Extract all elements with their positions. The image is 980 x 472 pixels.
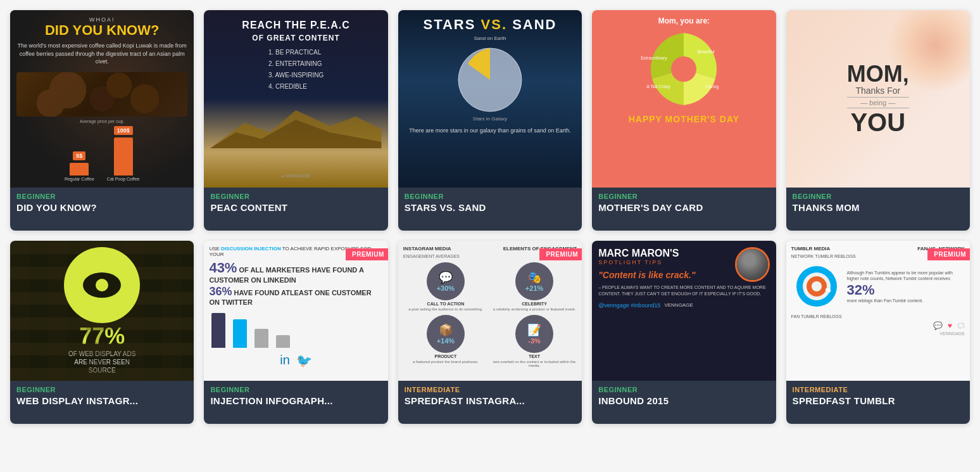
- card4-title: MOTHER'S DAY CARD: [598, 202, 769, 214]
- card-stars-vs-sand[interactable]: STARS VS. SAND Sand on Earth Stars in Ga…: [398, 10, 582, 231]
- c7-social-icons: in 🐦: [209, 353, 382, 368]
- card-did-you-know[interactable]: WHOA! DID YOU KNOW? The world's most exp…: [10, 10, 194, 231]
- c1-coffee-image: [16, 72, 187, 117]
- card9-title: INBOUND 2015: [598, 395, 769, 407]
- c3-label1: Sand on Earth: [474, 35, 506, 41]
- card6-level: BEGINNER: [16, 386, 187, 393]
- card1-footer: BEGINNER DID YOU KNOW?: [10, 188, 194, 231]
- c4-mom-label: Mom, you are:: [658, 16, 710, 25]
- card2-level: BEGINNER: [210, 193, 381, 200]
- card8-level: INTERMEDIATE: [405, 386, 575, 393]
- c1-bar-group-catpoop: 100$ Cat Poop Coffee: [107, 126, 140, 181]
- c9-twitter: @venngage #inbound15: [598, 302, 660, 309]
- card8-preview: PREMIUM INSTAGRAM MEDIA ELEMENTS OF ENGA…: [398, 241, 582, 381]
- c1-avg-label: Average price per cup.: [80, 119, 124, 124]
- card3-level: BEGINNER: [405, 193, 575, 200]
- c10-content-row: Although Fan Tumblrs appear to be more p…: [791, 261, 965, 312]
- card10-preview: PREMIUM TUMBLR MEDIA FAN VS. NETWORK NET…: [786, 241, 970, 381]
- c8-metrics-grid: 💬 +30% CALL TO ACTION a post asking the …: [403, 262, 577, 367]
- c1-headline: DID YOU KNOW?: [45, 23, 159, 38]
- card8-premium-badge: PREMIUM: [539, 248, 582, 260]
- c10-repost-icon: ⮔: [957, 321, 965, 330]
- c9-footer: @venngage #inbound15 VENNGAGE: [598, 302, 769, 309]
- card10-title: SPREDFAST TUMBLR: [793, 395, 964, 407]
- card2-footer: BEGINNER PEAC CONTENT: [204, 188, 387, 231]
- c1-bar-label-catpoop: Cat Poop Coffee: [107, 177, 140, 181]
- c10-donut-chart: [791, 261, 842, 312]
- linkedin-icon: in: [280, 353, 290, 368]
- c10-col1: TUMBLR MEDIA: [791, 246, 831, 252]
- c1-bar-regular: [70, 163, 89, 175]
- card8-title: SPREDFAST INSTAGRA...: [405, 395, 575, 407]
- card7-preview: PREMIUM USE DISCUSSION INJECTION TO ACHI…: [204, 241, 387, 381]
- c1-coffee-beans: [16, 72, 187, 117]
- card3-footer: BEGINNER STARS VS. SAND: [398, 188, 582, 231]
- c3-label2: Stars in Galaxy: [473, 116, 507, 122]
- c8-metric-cta: 💬 +30% CALL TO ACTION a post asking the …: [403, 262, 488, 311]
- c10-speech-icon: 💬: [933, 321, 943, 330]
- card9-preview: MARC MARON'S SPOTLIGHT TIPS "Content is …: [592, 241, 776, 381]
- card-peac-content[interactable]: REACH THE P.E.A.C OF GREAT CONTENT 1. BE…: [204, 10, 387, 231]
- card6-footer: BEGINNER WEB DISPLAY INSTAGR...: [10, 381, 194, 424]
- card7-title: INJECTION INFOGRAPH...: [210, 395, 381, 407]
- card9-footer: BEGINNER INBOUND 2015: [592, 381, 776, 424]
- svg-text:Caring: Caring: [706, 84, 719, 89]
- card4-level: BEGINNER: [598, 193, 769, 200]
- c5-text-block: MOM, Thanks For — being — YOU: [847, 63, 909, 135]
- c2-title: REACH THE P.E.A.C OF GREAT CONTENT: [242, 19, 350, 43]
- c2-mountain-svg: [210, 98, 381, 148]
- c9-body: – PEOPLE ALWAYS WANT TO CREATE MORE CONT…: [598, 284, 769, 297]
- svg-point-4: [671, 56, 696, 82]
- c2-list: 1. BE PRACTICAL 2. ENTERTAINING 3. AWE-I…: [268, 47, 324, 92]
- card3-title: STARS VS. SAND: [405, 202, 575, 214]
- card3-preview: STARS VS. SAND Sand on Earth Stars in Ga…: [398, 10, 582, 188]
- card1-preview: WHOA! DID YOU KNOW? The world's most exp…: [10, 10, 194, 188]
- c5-thanks-text: Thanks For: [847, 86, 909, 96]
- c10-percent: 32%: [847, 282, 965, 298]
- c8-metric-celebrity: 🎭 +21% CELEBRITY a celebrity endorsing a…: [492, 262, 577, 311]
- c1-price-regular: 5$: [73, 151, 85, 160]
- svg-text:Beautiful: Beautiful: [698, 49, 715, 54]
- card10-premium-badge: PREMIUM: [927, 248, 970, 260]
- c1-desc: The world's most expensive coffee called…: [16, 42, 187, 66]
- c3-pie-chart: [455, 45, 525, 115]
- c5-mom-text: MOM,: [847, 63, 909, 86]
- card5-title: THANKS MOM: [793, 202, 964, 214]
- card7-level: BEGINNER: [210, 386, 381, 393]
- c10-icons: 💬 ♥ ⮔: [791, 321, 965, 330]
- c7-stat1: 43% OF ALL MARKETERS HAVE FOUND A CUSTOM…: [209, 260, 382, 284]
- card7-footer: BEGINNER INJECTION INFOGRAPH...: [204, 381, 387, 424]
- svg-text:A Tad Crazy: A Tad Crazy: [647, 84, 671, 89]
- card-grid: WHOA! DID YOU KNOW? The world's most exp…: [10, 10, 970, 424]
- card5-footer: BEGINNER THANKS MOM: [786, 188, 970, 231]
- card-injection[interactable]: PREMIUM USE DISCUSSION INJECTION TO ACHI…: [204, 241, 387, 424]
- card10-level: INTERMEDIATE: [793, 386, 964, 393]
- c10-desc2: more reblogs than Fan Tumblr content.: [847, 298, 965, 303]
- c8-metric-text: 📝 -3% TEXT text overlaid on the content …: [492, 315, 577, 367]
- c1-bar-container: 5$ Regular Coffee 100$ Cat Poop Coffee: [16, 126, 187, 181]
- card-inbound-2015[interactable]: MARC MARON'S SPOTLIGHT TIPS "Content is …: [592, 241, 776, 424]
- c5-being-text: — being —: [847, 97, 909, 108]
- card7-premium-badge: PREMIUM: [346, 248, 388, 260]
- c1-bar-group-regular: 5$ Regular Coffee: [65, 151, 94, 181]
- c4-pie-svg: Beautiful Caring A Tad Crazy Extraordina…: [643, 28, 725, 110]
- svg-point-12: [812, 281, 822, 291]
- card1-level: BEGINNER: [16, 193, 187, 200]
- c10-fan-label: FAN TUMBLR REBLOGS: [791, 314, 965, 319]
- c6-circle: [64, 247, 140, 323]
- c9-avatar: [735, 247, 770, 282]
- card-spredfast-tumblr[interactable]: PREMIUM TUMBLR MEDIA FAN VS. NETWORK NET…: [786, 241, 970, 424]
- c6-pupil: [96, 279, 108, 291]
- card9-level: BEGINNER: [598, 386, 769, 393]
- c4-subtitle: HAPPY MOTHER'S DAY: [629, 114, 739, 124]
- card-web-display[interactable]: 77% OF WEB DISPLAY ADS ARE NEVER SEEN SO…: [10, 241, 194, 424]
- card10-footer: INTERMEDIATE SPREDFAST TUMBLR: [786, 381, 970, 424]
- c10-desc: Although Fan Tumblrs appear to be more p…: [847, 270, 965, 283]
- card-thanks-mom[interactable]: MOM, Thanks For — being — YOU BEGINNER T…: [786, 10, 970, 231]
- card-spredfast-instagram[interactable]: PREMIUM INSTAGRAM MEDIA ELEMENTS OF ENGA…: [398, 241, 582, 424]
- c3-caption: There are more stars in our galaxy than …: [409, 127, 571, 135]
- card-mothers-day[interactable]: Mom, you are: Beautiful Caring A: [592, 10, 776, 231]
- c4-pie-container: Beautiful Caring A Tad Crazy Extraordina…: [643, 28, 725, 110]
- c6-eye: [83, 272, 121, 298]
- c10-heart-icon: ♥: [948, 321, 952, 330]
